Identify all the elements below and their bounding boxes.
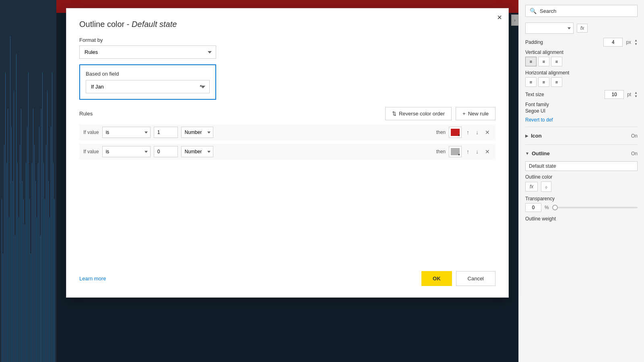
new-rule-label: New rule <box>468 111 489 117</box>
outline-color-row: fx ⬨ <box>525 181 638 192</box>
search-bar[interactable]: 🔍 Search <box>525 5 638 17</box>
rule1-down-icon: ↓ <box>476 129 479 136</box>
chart-bar <box>28 72 29 362</box>
close-button[interactable]: × <box>497 13 502 21</box>
text-size-input[interactable] <box>605 90 624 99</box>
rule2-color-swatch[interactable]: ▼ <box>449 146 462 157</box>
chart-bar <box>26 163 26 362</box>
chart-bar <box>15 235 15 362</box>
rule1-up-button[interactable]: ↑ <box>465 128 471 136</box>
transparency-slider-track[interactable] <box>552 207 638 208</box>
outline-weight-label: Outline weight <box>525 216 638 222</box>
panel-toolbar-dropdown[interactable] <box>525 23 574 34</box>
icon-section-header-left: ▶ Icon <box>525 133 542 139</box>
chart-bar <box>51 127 51 362</box>
icon-section-chevron: ▶ <box>525 134 528 138</box>
rule2-down-icon: ↓ <box>476 148 479 155</box>
outline-on-off-label: On <box>631 151 638 156</box>
outline-fx-button[interactable]: fx <box>525 182 538 191</box>
rule1-condition-select[interactable]: is <box>102 127 151 138</box>
reverse-color-order-button[interactable]: ⇅ Reverse color order <box>385 107 452 120</box>
align-top-button[interactable]: ≡ <box>525 57 537 66</box>
rule2-if-value-label: If value <box>83 149 99 154</box>
based-on-field-box: Based on field If Jan ↖ <box>79 64 216 100</box>
chart-bar <box>42 72 43 362</box>
chart-bar <box>47 90 47 362</box>
outline-section-title: Outline <box>532 150 550 156</box>
rule1-type-select[interactable]: Number <box>181 127 213 138</box>
based-on-field-select[interactable]: If Jan <box>86 80 210 93</box>
chart-bar <box>31 253 31 362</box>
align-center-button[interactable]: ≡ <box>538 77 549 87</box>
rule2-delete-button[interactable]: ✕ <box>483 148 491 156</box>
rule1-delete-button[interactable]: ✕ <box>483 128 491 136</box>
font-family-section: Font family Segoe UI <box>525 101 638 114</box>
divider-2 <box>525 144 638 145</box>
modal-title-italic: Default state <box>132 20 177 29</box>
outline-section-header[interactable]: ▼ Outline On <box>525 149 638 158</box>
toolbar-row: fx <box>525 23 638 34</box>
chart-bar <box>38 163 38 362</box>
chart-bar <box>40 235 41 362</box>
rule1-color-arrow: ▼ <box>458 134 460 137</box>
padding-up-icon[interactable]: ▲ <box>634 39 638 42</box>
outline-eraser-button[interactable]: ⬨ <box>541 181 551 192</box>
modal-footer: Learn more OK Cancel <box>79 261 495 286</box>
rule2-down-button[interactable]: ↓ <box>474 148 480 156</box>
format-by-select[interactable]: Rules <box>79 45 216 59</box>
transparency-input[interactable] <box>525 203 541 212</box>
rule1-value-input[interactable] <box>154 127 178 138</box>
vertical-alignment-label: Vertical alignment <box>525 49 564 55</box>
eraser-icon: ⬨ <box>545 183 548 190</box>
rule2-condition-select[interactable]: is <box>102 146 151 157</box>
rule2-type-select[interactable]: Number <box>181 146 213 157</box>
chart-bar <box>22 181 23 362</box>
vertical-alignment-section: Vertical alignment ≡ ≡ ≡ <box>525 49 638 66</box>
align-right-button[interactable]: ≡ <box>551 77 562 87</box>
rule2-then-label: then <box>436 149 446 154</box>
padding-input[interactable] <box>603 38 623 47</box>
modal-title-text: Outline color - <box>79 20 132 29</box>
revert-link[interactable]: Revert to def <box>525 117 638 123</box>
chart-bar <box>39 127 39 362</box>
chart-bar <box>8 109 8 362</box>
plus-icon: + <box>462 111 466 117</box>
text-size-unit: pt <box>627 92 631 97</box>
outline-color-label: Outline color <box>525 174 638 180</box>
align-bottom-button[interactable]: ≡ <box>551 57 562 66</box>
transparency-unit: % <box>545 205 549 210</box>
horizontal-alignment-section: Horizontal alignment ≡ ≡ ≡ <box>525 70 638 87</box>
chart-bar <box>6 163 7 362</box>
divider-1 <box>525 127 638 127</box>
text-size-stepper[interactable]: ▲ ▼ <box>634 91 638 98</box>
rule1-down-button[interactable]: ↓ <box>474 128 480 136</box>
padding-stepper[interactable]: ▲ ▼ <box>634 39 638 46</box>
rule1-color-swatch[interactable]: ▼ <box>449 127 462 138</box>
padding-label: Padding <box>525 39 600 45</box>
chart-bar <box>41 109 41 362</box>
cancel-button[interactable]: Cancel <box>456 271 495 286</box>
rule2-value-input[interactable] <box>154 146 178 157</box>
text-size-label: Text size <box>525 92 601 97</box>
chart-background <box>0 0 56 362</box>
ok-button[interactable]: OK <box>421 271 452 286</box>
rule1-up-icon: ↑ <box>466 129 469 136</box>
align-middle-button[interactable]: ≡ <box>538 57 549 66</box>
padding-down-icon[interactable]: ▼ <box>634 43 638 46</box>
chart-bar <box>3 253 3 362</box>
text-size-up-icon[interactable]: ▲ <box>634 91 638 95</box>
chart-bar <box>43 163 44 362</box>
icon-section-header[interactable]: ▶ Icon On <box>525 131 638 140</box>
align-left-button[interactable]: ≡ <box>525 77 537 87</box>
outline-state-input[interactable] <box>525 161 638 171</box>
transparency-label: Transparency <box>525 196 638 202</box>
new-rule-button[interactable]: + New rule <box>456 107 495 120</box>
learn-more-link[interactable]: Learn more <box>79 276 106 282</box>
font-family-value: Segoe UI <box>525 108 638 114</box>
rule-row-1: If value is Number then ▼ ↑ ↓ ✕ <box>79 124 495 140</box>
text-size-down-icon[interactable]: ▼ <box>634 95 638 98</box>
rule2-up-button[interactable]: ↑ <box>465 148 471 156</box>
rule2-up-icon: ↑ <box>466 148 469 155</box>
panel-fx-button[interactable]: fx <box>577 24 588 33</box>
transparency-slider-thumb[interactable] <box>552 205 558 210</box>
